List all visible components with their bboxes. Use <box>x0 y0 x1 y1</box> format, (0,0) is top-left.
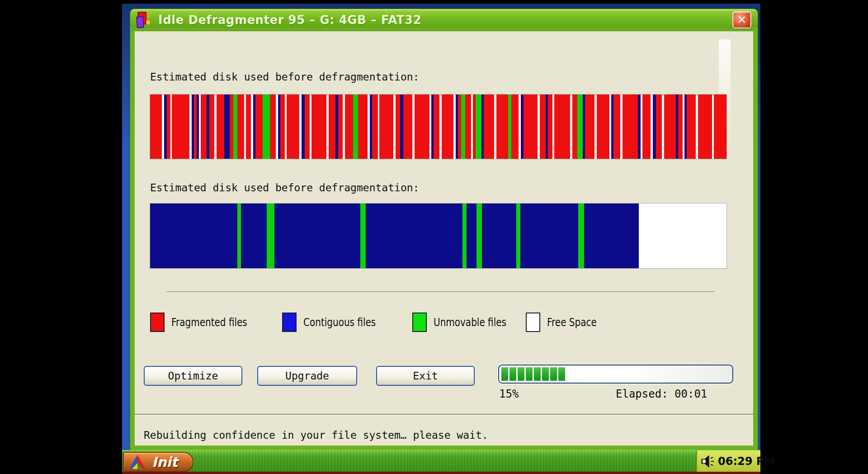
legend-swatch-unmovable <box>412 313 427 332</box>
close-icon: ✕ <box>737 13 747 27</box>
legend-item-freespace: Free Space <box>526 312 609 332</box>
statusbar-separator <box>135 414 753 415</box>
legend-swatch-contiguous <box>282 313 297 332</box>
title-bar[interactable]: Idle Defragmenter 95 – G: 4GB – FAT32 ✕ <box>130 9 758 31</box>
progress-block <box>534 367 541 381</box>
legend-item-unmovable: Unmovable files <box>412 312 524 332</box>
window-title: Idle Defragmenter 95 – G: 4GB – FAT32 <box>158 13 421 27</box>
app-icon-book-purple <box>136 16 144 28</box>
progress-percent: 15% <box>499 388 519 400</box>
progress-block <box>501 367 508 381</box>
app-icon <box>137 11 153 29</box>
legend-swatch-freespace <box>526 313 540 332</box>
app-window: Idle Defragmenter 95 – G: 4GB – FAT32 ✕ … <box>130 9 758 450</box>
progress-bar <box>498 365 733 384</box>
clock: 06:29 PM <box>718 455 775 468</box>
speaker-icon[interactable] <box>700 454 716 469</box>
legend-label-freespace: Free Space <box>547 316 597 329</box>
disk-map-before-label: Estimated disk used before defragmentati… <box>150 71 419 83</box>
taskbar: Init 06:29 PM <box>122 450 760 474</box>
legend-label-contiguous: Contiguous files <box>303 316 376 329</box>
progress-block <box>526 367 533 381</box>
progress-block <box>518 367 524 381</box>
elapsed-time: Elapsed: 00:01 <box>616 388 707 400</box>
status-message: Rebuilding confidence in your file syste… <box>144 429 488 441</box>
exit-button[interactable]: Exit <box>376 366 475 386</box>
legend-item-contiguous: Contiguous files <box>282 312 394 332</box>
legend-item-fragmented: Fragmented files <box>150 312 266 332</box>
desktop-background: Idle Defragmenter 95 – G: 4GB – FAT32 ✕ … <box>122 4 760 474</box>
progress-block <box>550 367 557 381</box>
start-button[interactable]: Init <box>123 452 193 472</box>
start-logo-icon <box>128 454 146 470</box>
progress-block <box>542 367 549 381</box>
legend-swatch-fragmented <box>150 313 165 332</box>
close-button[interactable]: ✕ <box>732 11 751 28</box>
upgrade-button[interactable]: Upgrade <box>257 366 357 386</box>
app-icon-lock-hook <box>146 13 151 19</box>
progress-block <box>558 367 565 381</box>
taskbar-bottom-edge <box>122 472 760 474</box>
legend-label-unmovable: Unmovable files <box>434 316 506 329</box>
optimize-button[interactable]: Optimize <box>144 366 242 386</box>
disk-map-after-label: Estimated disk used before defragmentati… <box>150 182 419 194</box>
progress-block <box>509 367 516 381</box>
separator-line <box>166 291 714 293</box>
dialog-body: Estimated disk used before defragmentati… <box>135 31 753 446</box>
legend-label-fragmented: Fragmented files <box>171 316 247 329</box>
system-tray: 06:29 PM <box>696 450 760 472</box>
app-icon-lock <box>146 20 151 25</box>
start-button-label: Init <box>152 454 178 470</box>
disk-map-after <box>150 203 727 269</box>
disk-map-before <box>150 94 727 159</box>
